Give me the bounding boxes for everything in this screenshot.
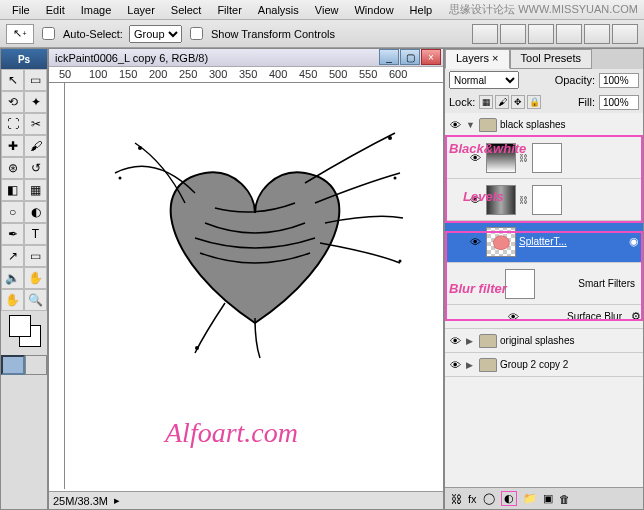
menu-layer[interactable]: Layer [119, 2, 163, 18]
fg-color[interactable] [9, 315, 31, 337]
lock-all-icon[interactable]: 🔒 [527, 95, 541, 109]
expand-icon[interactable]: ▶ [466, 360, 476, 370]
menu-select[interactable]: Select [163, 2, 210, 18]
filter-name[interactable]: Surface Blur [524, 311, 628, 322]
visibility-icon[interactable]: 👁 [467, 150, 483, 166]
expand-icon[interactable]: ▼ [466, 120, 476, 130]
menu-help[interactable]: Help [402, 2, 441, 18]
layer-group-group2copy2[interactable]: 👁 ▶ Group 2 copy 2 [445, 353, 643, 377]
layer-name[interactable]: Group 2 copy 2 [500, 359, 641, 370]
mask-thumb[interactable] [532, 143, 562, 173]
layer-group-black-splashes[interactable]: 👁 ▼ black splashes [445, 113, 643, 137]
link-layers-icon[interactable]: ⛓ [451, 493, 462, 505]
eraser-tool[interactable]: ◧ [1, 179, 24, 201]
visibility-icon[interactable]: 👁 [447, 333, 463, 349]
align-btn[interactable] [584, 24, 610, 44]
layer-smart-filters-head[interactable]: Smart Filters [445, 263, 643, 305]
trash-icon[interactable]: 🗑 [559, 493, 570, 505]
adjustment-icon[interactable]: ◐ [501, 491, 517, 506]
quickmask-toggle[interactable] [1, 355, 47, 375]
fill-label: Fill: [578, 96, 595, 108]
visibility-icon[interactable]: 👁 [467, 234, 483, 250]
menu-edit[interactable]: Edit [38, 2, 73, 18]
layer-group-original-splashes[interactable]: 👁 ▶ original splashes [445, 329, 643, 353]
align-btn[interactable] [612, 24, 638, 44]
canvas[interactable]: Alfoart.com [65, 83, 443, 489]
hand-tool[interactable]: ✋ [1, 289, 24, 311]
window-close[interactable]: × [421, 49, 441, 65]
mask-thumb[interactable] [532, 185, 562, 215]
zoom-tool[interactable]: 🔍 [24, 289, 47, 311]
notes-tool[interactable]: 🔈 [1, 267, 24, 289]
eyedropper-tool[interactable]: ✋ [24, 267, 47, 289]
brush-tool[interactable]: 🖌 [24, 135, 47, 157]
visibility-icon[interactable]: 👁 [447, 117, 463, 133]
menu-analysis[interactable]: Analysis [250, 2, 307, 18]
layer-splatter-smartobj[interactable]: 👁 SplatterT... ◉ [445, 221, 643, 263]
slice-tool[interactable]: ✂ [24, 113, 47, 135]
auto-select-dropdown[interactable]: Group [129, 25, 182, 43]
pen-tool[interactable]: ✒ [1, 223, 24, 245]
move-tool[interactable]: ↖ [1, 69, 24, 91]
menu-view[interactable]: View [307, 2, 347, 18]
path-tool[interactable]: ↗ [1, 245, 24, 267]
tool-indicator[interactable]: ↖+ [6, 24, 34, 44]
group-icon[interactable]: 📁 [523, 492, 537, 505]
lasso-tool[interactable]: ⟲ [1, 91, 24, 113]
menu-window[interactable]: Window [346, 2, 401, 18]
lock-transparency-icon[interactable]: ▦ [479, 95, 493, 109]
ps-logo: Ps [1, 49, 47, 69]
tab-tool-presets[interactable]: Tool Presets [510, 49, 593, 69]
filter-mask-thumb[interactable] [505, 269, 535, 299]
mask-icon[interactable]: ◯ [483, 492, 495, 505]
wand-tool[interactable]: ✦ [24, 91, 47, 113]
filter-options-icon[interactable]: ⚙ [631, 310, 641, 323]
stamp-tool[interactable]: ⊛ [1, 157, 24, 179]
fill-input[interactable]: 100% [599, 95, 639, 110]
align-btn[interactable] [556, 24, 582, 44]
lock-position-icon[interactable]: ✥ [511, 95, 525, 109]
align-btn[interactable] [528, 24, 554, 44]
menu-filter[interactable]: Filter [209, 2, 249, 18]
layer-filter-surfaceblur[interactable]: 👁 Surface Blur ⚙ [445, 305, 643, 329]
layer-adj-levels[interactable]: 👁 ⛓ [445, 179, 643, 221]
link-icon[interactable]: ⛓ [519, 195, 529, 205]
tab-layers[interactable]: Layers × [445, 49, 510, 69]
status-arrow-icon[interactable]: ▸ [114, 494, 120, 507]
auto-select-checkbox[interactable] [42, 27, 55, 40]
blur-tool[interactable]: ○ [1, 201, 24, 223]
history-brush-tool[interactable]: ↺ [24, 157, 47, 179]
type-tool[interactable]: T [24, 223, 47, 245]
link-icon[interactable]: ⛓ [519, 153, 529, 163]
visibility-icon[interactable]: 👁 [467, 192, 483, 208]
align-btn[interactable] [500, 24, 526, 44]
window-maximize[interactable]: ▢ [400, 49, 420, 65]
menu-image[interactable]: Image [73, 2, 120, 18]
layer-name[interactable]: SplatterT... [519, 236, 626, 247]
new-layer-icon[interactable]: ▣ [543, 492, 553, 505]
blend-mode-select[interactable]: Normal [449, 71, 519, 89]
align-btn[interactable] [472, 24, 498, 44]
layer-adj-blackwhite[interactable]: 👁 ⛓ [445, 137, 643, 179]
lock-label: Lock: [449, 96, 475, 108]
crop-tool[interactable]: ⛶ [1, 113, 24, 135]
layer-name[interactable]: original splashes [500, 335, 641, 346]
gradient-tool[interactable]: ▦ [24, 179, 47, 201]
window-minimize[interactable]: _ [379, 49, 399, 65]
menu-file[interactable]: File [4, 2, 38, 18]
show-transform-checkbox[interactable] [190, 27, 203, 40]
layer-name[interactable]: black splashes [500, 119, 641, 130]
marquee-tool[interactable]: ▭ [24, 69, 47, 91]
expand-icon[interactable]: ▶ [466, 336, 476, 346]
color-swatches[interactable] [5, 315, 43, 351]
fx-icon[interactable]: fx [468, 493, 477, 505]
lock-pixels-icon[interactable]: 🖌 [495, 95, 509, 109]
visibility-icon[interactable]: 👁 [505, 309, 521, 325]
shape-tool[interactable]: ▭ [24, 245, 47, 267]
auto-select-label: Auto-Select: [63, 28, 123, 40]
visibility-icon[interactable]: 👁 [447, 357, 463, 373]
svg-point-3 [195, 346, 199, 350]
opacity-input[interactable]: 100% [599, 73, 639, 88]
heal-tool[interactable]: ✚ [1, 135, 24, 157]
dodge-tool[interactable]: ◐ [24, 201, 47, 223]
